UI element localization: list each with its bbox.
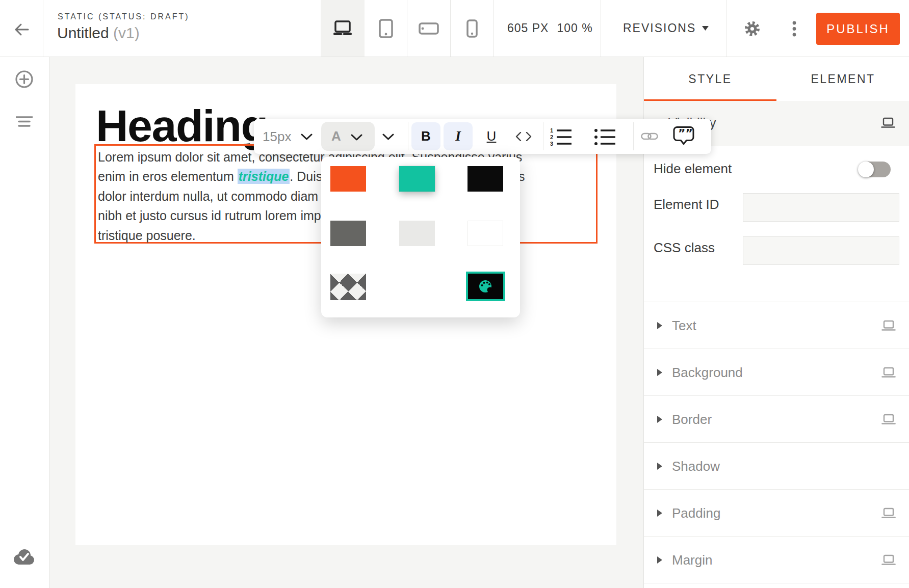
settings-button[interactable] bbox=[744, 20, 761, 39]
section-border[interactable]: Border bbox=[644, 396, 909, 443]
gear-icon bbox=[744, 20, 761, 37]
zoom-level-value: 100 % bbox=[557, 21, 592, 35]
toolbar-divider bbox=[633, 122, 634, 150]
cloud-saved-icon bbox=[12, 548, 35, 566]
publish-button[interactable]: PUBLISH bbox=[816, 13, 900, 45]
svg-text:1: 1 bbox=[550, 127, 553, 133]
color-swatch-teal[interactable] bbox=[399, 166, 435, 192]
svg-text:2: 2 bbox=[550, 134, 553, 140]
tablet-landscape-icon bbox=[419, 22, 439, 35]
bullet-list-button[interactable] bbox=[593, 127, 617, 146]
toggle-knob bbox=[858, 162, 874, 177]
bullet-list-icon bbox=[594, 127, 616, 146]
more-options-button[interactable] bbox=[791, 20, 798, 39]
device-tab-tablet-landscape[interactable] bbox=[407, 0, 450, 57]
device-scope-icon bbox=[881, 507, 896, 519]
quote-button[interactable]: ”” bbox=[671, 125, 696, 148]
highlight-color-dropdown-button[interactable] bbox=[382, 133, 394, 140]
laptop-icon bbox=[332, 20, 353, 37]
top-bar: STATIC (STATUS: DRAFT) Untitled (v1) bbox=[0, 0, 909, 57]
link-icon bbox=[641, 131, 658, 142]
css-class-input[interactable] bbox=[743, 236, 899, 265]
font-size-dropdown-button[interactable] bbox=[301, 133, 313, 140]
device-scope-icon bbox=[881, 367, 896, 379]
underline-button[interactable]: U bbox=[480, 119, 503, 154]
element-id-input[interactable] bbox=[743, 193, 899, 222]
link-button[interactable] bbox=[639, 129, 660, 144]
viewport-info: 605 PX 100 % bbox=[507, 0, 593, 57]
topbar-divider bbox=[494, 0, 494, 57]
color-swatch-light-gray[interactable] bbox=[399, 221, 435, 246]
hide-element-label: Hide element bbox=[654, 161, 732, 177]
document-version: (v1) bbox=[113, 24, 140, 41]
hide-element-toggle[interactable] bbox=[859, 162, 891, 177]
italic-button[interactable]: I bbox=[444, 122, 473, 150]
device-tab-phone[interactable] bbox=[451, 0, 494, 57]
palette-icon bbox=[478, 279, 494, 293]
structure-button[interactable] bbox=[16, 116, 33, 129]
left-sidebar bbox=[0, 57, 49, 588]
custom-color-palette-button[interactable] bbox=[466, 272, 505, 301]
structure-list-icon bbox=[16, 116, 33, 127]
chevron-right-icon bbox=[657, 463, 662, 470]
back-arrow-icon bbox=[14, 22, 30, 37]
topbar-divider bbox=[726, 0, 726, 57]
section-shadow[interactable]: Shadow bbox=[644, 443, 909, 490]
element-id-label: Element ID bbox=[654, 197, 719, 212]
color-swatch-black[interactable] bbox=[468, 166, 503, 192]
teal-styled-word: tristique bbox=[239, 169, 289, 183]
topbar-divider bbox=[601, 0, 601, 57]
add-element-button[interactable] bbox=[15, 70, 34, 91]
document-title-text: Untitled bbox=[57, 24, 109, 41]
section-margin[interactable]: Margin bbox=[644, 537, 909, 583]
ordered-list-icon: 1 2 3 bbox=[550, 127, 573, 146]
tablet-portrait-icon bbox=[379, 19, 393, 38]
back-button[interactable] bbox=[14, 22, 30, 39]
chevron-right-icon bbox=[657, 556, 662, 564]
color-swatch-white[interactable] bbox=[468, 221, 503, 246]
chevron-down-icon bbox=[382, 133, 394, 140]
phone-icon bbox=[466, 19, 478, 38]
text-format-toolbar: 15px A B I U 1 2 3 bbox=[254, 119, 711, 154]
ordered-list-button[interactable]: 1 2 3 bbox=[550, 127, 573, 146]
svg-text:3: 3 bbox=[550, 141, 553, 146]
text-color-dropdown-button[interactable]: A bbox=[321, 122, 375, 151]
device-tab-desktop[interactable] bbox=[321, 0, 365, 57]
device-scope-icon bbox=[881, 414, 896, 425]
status-label: STATIC (STATUS: DRAFT) bbox=[58, 12, 190, 21]
quote-icon: ”” bbox=[672, 126, 695, 147]
viewport-width-value: 605 PX bbox=[507, 21, 549, 35]
topbar-divider bbox=[43, 0, 43, 57]
device-tab-tablet-portrait[interactable] bbox=[365, 0, 407, 57]
css-class-label: CSS class bbox=[654, 240, 715, 256]
device-scope-icon bbox=[881, 117, 895, 129]
code-icon bbox=[515, 132, 532, 141]
chevron-right-icon bbox=[657, 369, 662, 376]
tab-style[interactable]: STYLE bbox=[644, 57, 776, 101]
section-background[interactable]: Background bbox=[644, 349, 909, 396]
section-padding[interactable]: Padding bbox=[644, 490, 909, 537]
document-title: Untitled (v1) bbox=[57, 24, 140, 42]
section-text[interactable]: Text bbox=[644, 302, 909, 349]
font-size-value[interactable]: 15px bbox=[263, 129, 291, 145]
chevron-right-icon bbox=[657, 416, 662, 423]
chevron-down-icon bbox=[301, 133, 313, 140]
color-swatch-orange[interactable] bbox=[330, 166, 366, 192]
revisions-dropdown[interactable]: REVISIONS bbox=[623, 0, 709, 57]
tab-element[interactable]: ELEMENT bbox=[776, 57, 909, 101]
color-picker-popover bbox=[321, 157, 520, 317]
chevron-right-icon bbox=[657, 510, 662, 517]
caret-down-icon bbox=[702, 26, 709, 31]
kebab-menu-icon bbox=[791, 20, 798, 37]
code-button[interactable] bbox=[510, 119, 537, 154]
text-selection-highlight: tristique bbox=[238, 169, 290, 184]
color-swatch-transparent-pattern[interactable] bbox=[330, 274, 366, 300]
text-color-letter: A bbox=[331, 128, 341, 144]
bold-button[interactable]: B bbox=[411, 122, 440, 150]
svg-text:””: ”” bbox=[678, 127, 693, 140]
plus-circle-icon bbox=[15, 70, 34, 89]
chevron-right-icon bbox=[657, 322, 662, 329]
color-swatch-dark-gray[interactable] bbox=[330, 221, 366, 246]
device-scope-icon bbox=[881, 554, 896, 566]
toolbar-divider bbox=[543, 122, 543, 150]
